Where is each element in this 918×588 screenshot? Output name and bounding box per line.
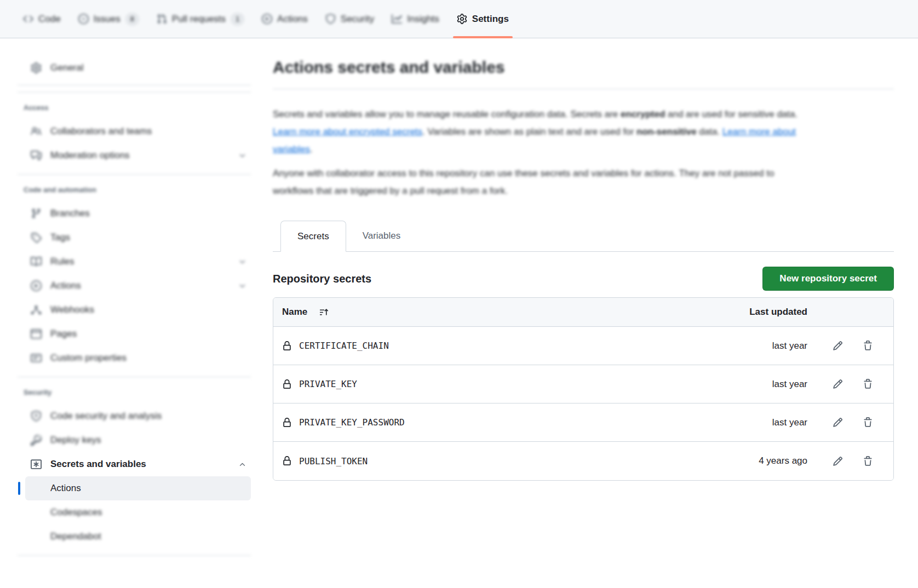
sidebar-item-actions[interactable]: Actions <box>25 274 251 298</box>
play-icon <box>262 14 272 24</box>
secret-row: PRIVATE_KEY_PASSWORDlast year <box>273 403 893 442</box>
sidebar-divider <box>18 85 251 85</box>
repo-tab-pull-requests[interactable]: Pull requests1 <box>148 0 253 38</box>
sidebar-item-label: Branches <box>50 208 248 219</box>
sidebar-item-label: Deploy keys <box>50 435 248 446</box>
lock-icon <box>282 456 292 466</box>
secrets-table: Name Last updated CERTIFICATE_CHAINlast … <box>273 297 894 481</box>
secret-last-updated: last year <box>731 341 807 351</box>
sidebar-item-label: Code security and analysis <box>50 411 248 422</box>
name-column-header[interactable]: Name <box>273 307 731 318</box>
new-repository-secret-button[interactable]: New repository secret <box>762 267 894 291</box>
repo-tab-label: Code <box>38 14 61 25</box>
learn-more-link[interactable]: Learn more about encrypted secrets <box>273 126 422 137</box>
edit-secret-button[interactable] <box>833 341 843 351</box>
sidebar-item-label: Custom properties <box>50 353 248 364</box>
repo-tab-code[interactable]: Code <box>14 0 70 38</box>
sidebar-item-label: Moderation options <box>50 150 238 161</box>
sidebar-item-rules[interactable]: Rules <box>25 250 251 274</box>
secret-row: CERTIFICATE_CHAINlast year <box>273 327 893 365</box>
repo-tab-settings[interactable]: Settings <box>448 0 518 38</box>
shield-lock-icon <box>31 411 42 422</box>
play-icon <box>31 280 42 291</box>
git-branch-icon <box>31 208 42 219</box>
key-icon <box>31 435 42 446</box>
repo-tab-issues[interactable]: Issues8 <box>70 0 148 38</box>
gear-icon <box>31 62 42 73</box>
sidebar-section-header: Code and automation <box>18 175 251 201</box>
sidebar-item-general[interactable]: General <box>25 56 251 80</box>
sidebar-item-custom-properties[interactable]: Custom properties <box>25 346 251 370</box>
edit-secret-button[interactable] <box>833 379 843 389</box>
book-icon <box>31 256 42 267</box>
secrets-table-header: Name Last updated <box>273 298 893 327</box>
trash-icon <box>863 456 873 466</box>
delete-secret-button[interactable] <box>863 456 873 466</box>
git-pull-request-icon <box>157 14 167 24</box>
edit-secret-button[interactable] <box>833 456 843 466</box>
secrets-table-body: CERTIFICATE_CHAINlast yearPRIVATE_KEYlas… <box>273 327 893 480</box>
settings-sidebar: GeneralAccessCollaborators and teamsMode… <box>18 56 251 556</box>
secret-row: PRIVATE_KEYlast year <box>273 365 893 403</box>
key-icon <box>31 435 42 446</box>
webhook-icon <box>31 304 42 315</box>
sidebar-item-label: Webhooks <box>50 304 248 315</box>
people-icon <box>31 126 42 137</box>
sidebar-item-webhooks[interactable]: Webhooks <box>25 298 251 322</box>
sidebar-item-deploy-keys[interactable]: Deploy keys <box>25 428 251 452</box>
repo-tab-insights[interactable]: Insights <box>383 0 448 38</box>
intro-section: Actions secrets and variables Secrets an… <box>273 56 894 200</box>
sidebar-item-moderation-options[interactable]: Moderation options <box>25 143 251 168</box>
sidebar-item-label: Actions <box>50 483 248 494</box>
repo-tab-label: Actions <box>277 14 308 25</box>
repo-tab-label: Settings <box>472 14 509 25</box>
counter-badge: 8 <box>125 13 139 26</box>
lock-icon <box>282 418 292 428</box>
sidebar-item-collaborators-and-teams[interactable]: Collaborators and teams <box>25 119 251 143</box>
delete-secret-button[interactable] <box>863 379 873 389</box>
sidebar-item-codespaces[interactable]: Codespaces <box>25 500 251 524</box>
tab-secrets[interactable]: Secrets <box>280 221 346 252</box>
sidebar-section-header: Access <box>18 93 251 119</box>
delete-secret-button[interactable] <box>863 417 873 428</box>
delete-secret-button[interactable] <box>863 341 873 351</box>
secret-row: PUBLISH_TOKEN4 years ago <box>273 442 893 480</box>
people-icon <box>31 126 42 137</box>
repo-tab-label: Insights <box>407 14 439 25</box>
pencil-icon <box>833 417 843 428</box>
sidebar-item-tags[interactable]: Tags <box>25 226 251 250</box>
edit-secret-button[interactable] <box>833 417 843 428</box>
key-asterisk-icon <box>31 459 42 470</box>
shield-icon <box>325 14 336 24</box>
pencil-icon <box>833 341 843 351</box>
sidebar-item-code-security-and-analysis[interactable]: Code security and analysis <box>25 404 251 428</box>
sidebar-item-branches[interactable]: Branches <box>25 201 251 226</box>
chevron-up-icon <box>238 460 246 469</box>
code-icon <box>23 14 33 24</box>
sidebar-item-pages[interactable]: Pages <box>25 322 251 346</box>
repo-tab-actions[interactable]: Actions <box>253 0 317 38</box>
sidebar-item-dependabot[interactable]: Dependabot <box>25 524 251 549</box>
repo-tab-label: Security <box>341 14 374 25</box>
repo-tab-security[interactable]: Security <box>317 0 383 38</box>
sort-ascending-icon <box>319 308 329 317</box>
shield-lock-icon <box>31 411 42 422</box>
chevron-down-icon <box>238 282 246 290</box>
sidebar-item-label: General <box>50 62 248 73</box>
sidebar-section-list: BranchesTagsRulesActionsWebhooksPagesCus… <box>25 201 251 370</box>
gear-icon <box>31 62 42 73</box>
secrets-variables-tabnav: Secrets Variables <box>273 221 894 252</box>
secret-name: PUBLISH_TOKEN <box>299 456 368 466</box>
tab-variables[interactable]: Variables <box>346 221 417 251</box>
lock-icon <box>282 341 292 351</box>
secret-name: CERTIFICATE_CHAIN <box>299 341 389 351</box>
github-settings-page: CodeIssues8Pull requests1ActionsSecurity… <box>0 0 918 588</box>
secret-name: PRIVATE_KEY <box>299 379 357 389</box>
sidebar-item-label: Actions <box>50 280 238 291</box>
comment-discussion-icon <box>31 150 42 161</box>
repo-tab-nav: CodeIssues8Pull requests1ActionsSecurity… <box>0 0 918 38</box>
browser-icon <box>31 328 42 339</box>
sidebar-divider <box>18 555 251 556</box>
sidebar-item-secrets-and-variables[interactable]: Secrets and variables <box>25 452 251 476</box>
sidebar-item-actions[interactable]: Actions <box>25 476 251 500</box>
